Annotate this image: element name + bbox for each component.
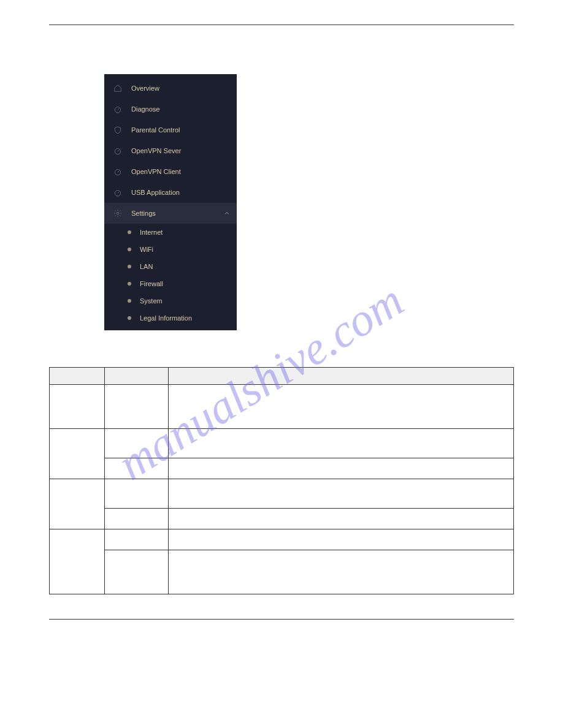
- table-cell: [50, 429, 105, 479]
- sidebar-subitem-label: Legal Information: [140, 314, 192, 322]
- sidebar-item-openvpn-client[interactable]: OpenVPN Client: [104, 161, 237, 182]
- table-row: [50, 550, 514, 594]
- sidebar-item-parental-control[interactable]: Parental Control: [104, 119, 237, 140]
- svg-point-3: [115, 191, 120, 196]
- table-header: [105, 368, 169, 385]
- bullet-icon: [128, 299, 131, 303]
- table-cell: [169, 550, 514, 594]
- gauge-icon: [113, 104, 123, 114]
- table-header-row: [50, 368, 514, 385]
- chevron-up-icon: [223, 210, 231, 217]
- sidebar-item-usb-application[interactable]: USB Application: [104, 182, 237, 203]
- table-cell: [169, 509, 514, 529]
- table-cell: [50, 385, 105, 429]
- sidebar-subitem-label: LAN: [140, 263, 153, 270]
- table-cell: [105, 509, 169, 529]
- sidebar-subitem-firewall[interactable]: Firewall: [104, 275, 237, 292]
- sidebar-subitem-label: WiFi: [140, 246, 153, 253]
- gear-icon: [113, 208, 123, 218]
- table-row: [50, 385, 514, 429]
- table-header: [50, 368, 105, 385]
- sidebar-item-label: OpenVPN Sever: [131, 147, 228, 154]
- sidebar-item-label: Settings: [131, 210, 223, 217]
- table-cell: [169, 385, 514, 429]
- sidebar-item-label: Diagnose: [131, 105, 228, 113]
- svg-point-2: [115, 170, 120, 175]
- table-cell: [169, 458, 514, 479]
- sidebar-subitem-internet[interactable]: Internet: [104, 224, 237, 241]
- table-cell: [50, 529, 105, 594]
- shield-icon: [113, 125, 123, 135]
- bullet-icon: [128, 316, 131, 320]
- sidebar-item-label: USB Application: [131, 189, 228, 196]
- sidebar-subitem-label: Firewall: [140, 280, 163, 287]
- sidebar-subitem-system[interactable]: System: [104, 292, 237, 309]
- sidebar: Overview Diagnose Parental Control OpenV…: [104, 74, 237, 330]
- sidebar-item-settings[interactable]: Settings: [104, 203, 237, 224]
- table-cell: [105, 479, 169, 509]
- sidebar-item-openvpn-server[interactable]: OpenVPN Sever: [104, 140, 237, 161]
- gauge-icon: [113, 146, 123, 156]
- sidebar-item-overview[interactable]: Overview: [104, 78, 237, 99]
- sidebar-item-diagnose[interactable]: Diagnose: [104, 99, 237, 119]
- bullet-icon: [128, 282, 131, 286]
- home-icon: [113, 83, 123, 93]
- table-row: [50, 479, 514, 509]
- table-cell: [105, 458, 169, 479]
- table-row: [50, 509, 514, 529]
- top-divider: [49, 25, 514, 25]
- sidebar-subitem-lan[interactable]: LAN: [104, 258, 237, 275]
- sidebar-subitem-legal-information[interactable]: Legal Information: [104, 309, 237, 327]
- sidebar-item-label: OpenVPN Client: [131, 168, 228, 175]
- svg-point-4: [117, 212, 119, 214]
- table-cell: [105, 529, 169, 550]
- table-cell: [169, 479, 514, 509]
- table-row: [50, 429, 514, 458]
- gauge-icon: [113, 188, 123, 197]
- bullet-icon: [128, 230, 131, 234]
- table-cell: [50, 479, 105, 529]
- table-row: [50, 529, 514, 550]
- table-row: [50, 458, 514, 479]
- bottom-divider: [49, 619, 514, 620]
- gauge-icon: [113, 167, 123, 176]
- sidebar-subitem-label: System: [140, 297, 163, 305]
- bullet-icon: [128, 248, 131, 251]
- table-cell: [169, 529, 514, 550]
- sidebar-item-label: Parental Control: [131, 126, 228, 134]
- sidebar-item-label: Overview: [131, 85, 228, 92]
- table-cell: [105, 429, 169, 458]
- table-cell: [105, 550, 169, 594]
- sidebar-subitem-wifi[interactable]: WiFi: [104, 241, 237, 258]
- sidebar-subitem-label: Internet: [140, 229, 163, 236]
- data-table: [49, 367, 514, 594]
- table-cell: [105, 385, 169, 429]
- bullet-icon: [128, 265, 131, 268]
- table-header: [169, 368, 514, 385]
- table-cell: [169, 429, 514, 458]
